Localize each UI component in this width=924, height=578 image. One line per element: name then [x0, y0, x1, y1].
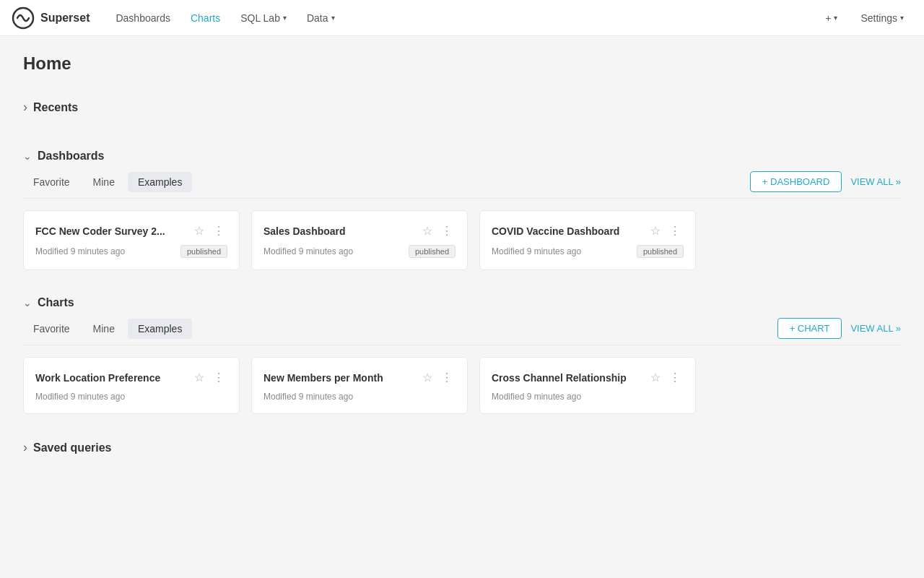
saved-queries-header[interactable]: Saved queries	[23, 431, 901, 464]
star-icon	[194, 371, 204, 384]
dashboards-tab-favorite[interactable]: Favorite	[23, 172, 80, 192]
card-actions	[419, 223, 456, 239]
charts-section: Charts Favorite Mine Examples + CHART VI…	[23, 288, 901, 414]
card-modified: Modified 9 minutes ago	[263, 392, 353, 402]
more-icon	[441, 371, 453, 384]
star-button[interactable]	[648, 369, 663, 386]
recents-chevron	[23, 100, 27, 115]
card-title: Work Location Preference	[35, 372, 191, 384]
page-title: Home	[23, 53, 901, 74]
card-header: Sales Dashboard	[263, 223, 456, 239]
nav-sqllab[interactable]: SQL Lab ▾	[232, 7, 295, 30]
card-modified: Modified 9 minutes ago	[35, 246, 125, 256]
add-dashboard-button[interactable]: + DASHBOARD	[750, 171, 842, 192]
card-title: COVID Vaccine Dashboard	[492, 225, 648, 237]
charts-title: Charts	[38, 296, 74, 309]
dashboards-tab-actions: + DASHBOARD VIEW ALL »	[750, 171, 901, 192]
card-meta: Modified 9 minutes ago published	[263, 245, 456, 258]
chart-card: Cross Channel Relationship Modified 9 mi…	[479, 357, 696, 414]
star-button[interactable]	[191, 223, 207, 239]
published-badge: published	[180, 245, 227, 258]
card-meta: Modified 9 minutes ago	[492, 392, 684, 402]
card-header: FCC New Coder Survey 2...	[35, 223, 227, 239]
card-title: New Members per Month	[263, 372, 419, 384]
charts-header[interactable]: Charts	[23, 288, 901, 318]
dashboard-card: COVID Vaccine Dashboard Modified 9 minut…	[479, 210, 696, 270]
card-header: COVID Vaccine Dashboard	[492, 223, 684, 239]
card-meta: Modified 9 minutes ago published	[35, 245, 227, 258]
more-button[interactable]	[210, 223, 227, 239]
card-header: Cross Channel Relationship	[492, 369, 684, 386]
navbar: Superset Dashboards Charts SQL Lab ▾ Dat…	[0, 0, 924, 36]
card-modified: Modified 9 minutes ago	[492, 392, 581, 402]
dashboards-tabs: Favorite Mine Examples	[23, 172, 192, 192]
star-icon	[194, 225, 204, 237]
dashboards-header[interactable]: Dashboards	[23, 141, 901, 171]
more-button[interactable]	[438, 369, 456, 386]
charts-tab-mine[interactable]: Mine	[83, 319, 125, 339]
chart-card: Work Location Preference Modified 9 minu…	[23, 357, 240, 414]
nav-actions: + ▾ Settings ▾	[816, 8, 912, 28]
settings-button[interactable]: Settings ▾	[852, 8, 912, 28]
charts-tab-favorite[interactable]: Favorite	[23, 319, 80, 339]
more-button[interactable]	[438, 223, 456, 239]
charts-tabs: Favorite Mine Examples	[23, 319, 192, 339]
card-modified: Modified 9 minutes ago	[492, 246, 581, 256]
main-content: Home Recents Dashboards Favorite Mine Ex…	[0, 36, 924, 499]
more-button[interactable]	[210, 369, 227, 386]
add-button[interactable]: + ▾	[816, 8, 846, 28]
dashboard-card: FCC New Coder Survey 2... Modified 9 min…	[23, 210, 240, 270]
dashboards-tab-mine[interactable]: Mine	[83, 172, 125, 192]
card-actions	[419, 369, 456, 386]
dashboards-cards: FCC New Coder Survey 2... Modified 9 min…	[23, 210, 901, 270]
more-icon	[441, 225, 453, 237]
star-icon	[650, 225, 661, 237]
charts-tab-actions: + CHART VIEW ALL »	[777, 318, 901, 339]
more-button[interactable]	[666, 223, 684, 239]
nav-data[interactable]: Data ▾	[298, 7, 344, 30]
add-chart-button[interactable]: + CHART	[777, 318, 842, 339]
charts-tab-examples[interactable]: Examples	[128, 319, 192, 339]
more-icon	[213, 225, 225, 237]
star-icon	[422, 225, 432, 237]
saved-queries-section: Saved queries	[23, 431, 901, 464]
dashboards-title: Dashboards	[38, 150, 104, 163]
saved-queries-title: Saved queries	[33, 441, 112, 454]
more-icon	[669, 225, 681, 237]
brand-logo-link[interactable]: Superset	[12, 7, 90, 30]
star-icon	[650, 371, 661, 384]
nav-dashboards[interactable]: Dashboards	[107, 7, 179, 30]
saved-queries-chevron	[23, 440, 27, 455]
card-title: FCC New Coder Survey 2...	[35, 225, 191, 237]
card-actions	[648, 369, 684, 386]
card-actions	[191, 369, 227, 386]
more-icon	[669, 371, 681, 384]
nav-links: Dashboards Charts SQL Lab ▾ Data ▾	[107, 7, 816, 30]
star-button[interactable]	[191, 369, 207, 386]
card-title: Sales Dashboard	[263, 225, 419, 237]
card-title: Cross Channel Relationship	[492, 372, 648, 384]
charts-view-all[interactable]: VIEW ALL »	[850, 323, 901, 334]
dashboards-view-all[interactable]: VIEW ALL »	[850, 176, 901, 187]
card-header: Work Location Preference	[35, 369, 227, 386]
dashboards-tabs-row: Favorite Mine Examples + DASHBOARD VIEW …	[23, 171, 901, 199]
card-actions	[648, 223, 684, 239]
recents-header[interactable]: Recents	[23, 91, 901, 124]
card-header: New Members per Month	[263, 369, 456, 386]
dashboards-chevron	[23, 150, 32, 162]
star-button[interactable]	[648, 223, 663, 239]
published-badge: published	[409, 245, 456, 258]
star-button[interactable]	[419, 223, 435, 239]
card-modified: Modified 9 minutes ago	[263, 246, 353, 256]
recents-section: Recents	[23, 91, 901, 124]
published-badge: published	[637, 245, 684, 258]
more-button[interactable]	[666, 369, 684, 386]
star-button[interactable]	[419, 369, 435, 386]
nav-charts[interactable]: Charts	[182, 7, 229, 30]
card-meta: Modified 9 minutes ago	[263, 392, 456, 402]
dashboards-tab-examples[interactable]: Examples	[128, 172, 192, 192]
card-meta: Modified 9 minutes ago	[35, 392, 227, 402]
superset-logo	[12, 7, 35, 30]
charts-chevron	[23, 297, 32, 309]
recents-title: Recents	[33, 101, 78, 114]
